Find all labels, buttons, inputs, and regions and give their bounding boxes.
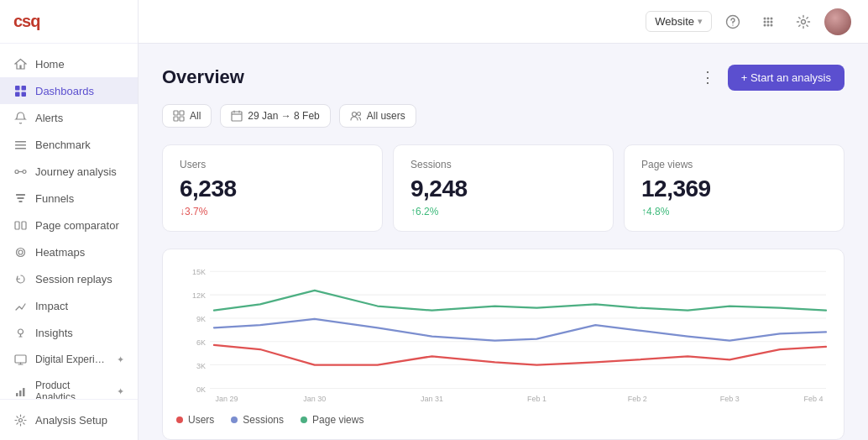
date-filter-button[interactable]: 29 Jan → 8 Feb bbox=[220, 104, 330, 128]
svg-rect-4 bbox=[15, 141, 26, 143]
sidebar-item-home-label: Home bbox=[35, 58, 65, 71]
svg-rect-35 bbox=[180, 111, 184, 115]
legend-dot-users bbox=[176, 416, 183, 423]
metric-card-users: Users 6,238 ↓3.7% bbox=[162, 144, 383, 232]
sidebar-item-page-comparator-label: Page comparator bbox=[35, 219, 119, 232]
svg-point-24 bbox=[764, 17, 766, 19]
svg-point-30 bbox=[764, 24, 766, 26]
svg-rect-36 bbox=[174, 117, 178, 121]
svg-rect-20 bbox=[23, 388, 25, 396]
more-options-button[interactable]: ⋮ bbox=[694, 64, 721, 91]
chart-area: 15K 12K 9K 6K 3K 0K Jan 29 Jan 30 Jan 31… bbox=[162, 249, 844, 440]
more-options-icon: ⋮ bbox=[700, 68, 715, 86]
svg-text:9K: 9K bbox=[196, 315, 206, 323]
logo-text: csq bbox=[13, 12, 39, 30]
help-button[interactable] bbox=[719, 8, 747, 36]
sidebar-item-funnels-label: Funnels bbox=[35, 192, 74, 205]
sidebar-bottom: Analysis Setup bbox=[0, 399, 138, 440]
sidebar-item-session-replays[interactable]: Session replays bbox=[0, 265, 138, 292]
setup-icon bbox=[13, 413, 27, 427]
svg-rect-18 bbox=[16, 393, 18, 396]
sidebar: csq Home Dashboards Alerts Benchmark bbox=[0, 0, 139, 440]
start-analysis-button[interactable]: + Start an analysis bbox=[728, 65, 844, 91]
legend-item-pageviews: Page views bbox=[301, 414, 363, 426]
sidebar-item-analysis-setup-label: Analysis Setup bbox=[35, 414, 107, 427]
sidebar-item-page-comparator[interactable]: Page comparator bbox=[0, 212, 138, 238]
sessions-metric-label: Sessions bbox=[410, 159, 596, 170]
benchmark-icon bbox=[13, 138, 27, 151]
settings-button[interactable] bbox=[789, 8, 818, 36]
svg-point-26 bbox=[771, 17, 773, 19]
svg-text:Jan 30: Jan 30 bbox=[303, 395, 326, 403]
svg-rect-6 bbox=[15, 148, 26, 149]
svg-text:6K: 6K bbox=[196, 338, 206, 347]
pageviews-metric-change: ↑4.8% bbox=[641, 206, 827, 217]
sidebar-item-analysis-setup[interactable]: Analysis Setup bbox=[0, 406, 138, 433]
website-selector[interactable]: Website ▾ bbox=[646, 11, 712, 32]
legend-item-sessions: Sessions bbox=[231, 414, 284, 426]
svg-rect-5 bbox=[15, 144, 26, 146]
sidebar-item-digital-experience[interactable]: Digital Experience Monitor… ✦ bbox=[0, 346, 138, 373]
sidebar-item-insights[interactable]: Insights bbox=[0, 319, 138, 346]
sidebar-item-session-replays-label: Session replays bbox=[35, 273, 112, 285]
sidebar-item-dashboards[interactable]: Dashboards bbox=[0, 77, 138, 104]
svg-point-33 bbox=[802, 19, 806, 24]
user-avatar[interactable] bbox=[824, 8, 851, 35]
chart-svg-container: 15K 12K 9K 6K 3K 0K Jan 29 Jan 30 Jan 31… bbox=[176, 263, 830, 406]
sidebar-item-impact[interactable]: Impact bbox=[0, 292, 138, 319]
svg-rect-12 bbox=[15, 222, 19, 229]
svg-rect-10 bbox=[17, 197, 24, 199]
sidebar-item-alerts[interactable]: Alerts bbox=[0, 104, 138, 131]
calendar-icon bbox=[231, 110, 243, 122]
sidebar-item-impact-label: Impact bbox=[35, 300, 68, 312]
date-filter-label: 29 Jan → 8 Feb bbox=[248, 110, 319, 122]
sidebar-item-journey-label: Journey analysis bbox=[35, 165, 117, 178]
view-filter-button[interactable]: All bbox=[162, 104, 212, 128]
analytics-icon bbox=[13, 385, 27, 398]
svg-point-39 bbox=[352, 113, 356, 117]
grid-button[interactable] bbox=[754, 8, 782, 36]
sidebar-item-benchmark-label: Benchmark bbox=[35, 139, 91, 151]
sidebar-nav: Home Dashboards Alerts Benchmark Journey bbox=[0, 44, 138, 399]
topbar: Website ▾ bbox=[139, 0, 868, 44]
home-icon bbox=[13, 57, 27, 71]
content-area: Overview ⋮ + Start an analysis All 29 Ja… bbox=[139, 44, 868, 440]
svg-rect-9 bbox=[16, 194, 25, 196]
sidebar-item-product-analytics[interactable]: Product Analytics ✦ bbox=[0, 373, 138, 399]
sessions-metric-value: 9,248 bbox=[410, 175, 596, 202]
insights-icon bbox=[13, 326, 27, 339]
compare-icon bbox=[13, 218, 27, 232]
legend-dot-pageviews bbox=[301, 416, 307, 423]
svg-rect-17 bbox=[15, 355, 26, 363]
legend-label-pageviews: Page views bbox=[312, 414, 363, 426]
pageviews-metric-value: 12,369 bbox=[641, 175, 827, 202]
svg-rect-0 bbox=[15, 86, 20, 91]
sidebar-item-home[interactable]: Home bbox=[0, 50, 138, 77]
digital-badge: ✦ bbox=[117, 354, 124, 365]
svg-rect-2 bbox=[15, 92, 20, 97]
svg-rect-37 bbox=[180, 117, 184, 121]
website-chevron-icon: ▾ bbox=[698, 16, 703, 27]
svg-text:Jan 31: Jan 31 bbox=[421, 395, 443, 403]
impact-icon bbox=[13, 299, 27, 312]
users-filter-button[interactable]: All users bbox=[339, 104, 416, 128]
view-filter-icon bbox=[173, 110, 185, 122]
svg-point-16 bbox=[18, 329, 23, 334]
svg-point-27 bbox=[764, 20, 766, 23]
svg-rect-11 bbox=[18, 201, 22, 202]
sidebar-item-funnels[interactable]: Funnels bbox=[0, 185, 138, 212]
view-filter-label: All bbox=[190, 110, 201, 122]
header-actions: ⋮ + Start an analysis bbox=[694, 64, 844, 91]
legend-dot-sessions bbox=[231, 416, 238, 423]
svg-point-29 bbox=[771, 20, 773, 23]
svg-rect-3 bbox=[21, 92, 26, 97]
sidebar-item-digital-label: Digital Experience Monitor… bbox=[35, 354, 108, 365]
metric-card-pageviews: Page views 12,369 ↑4.8% bbox=[624, 144, 844, 232]
metric-cards: Users 6,238 ↓3.7% Sessions 9,248 ↑6.2% P… bbox=[162, 144, 844, 232]
sidebar-item-heatmaps[interactable]: Heatmaps bbox=[0, 238, 138, 265]
alerts-icon bbox=[13, 111, 27, 124]
svg-text:15K: 15K bbox=[192, 268, 206, 276]
content-header: Overview ⋮ + Start an analysis bbox=[162, 64, 844, 91]
sidebar-item-journey-analysis[interactable]: Journey analysis bbox=[0, 158, 138, 185]
sidebar-item-benchmark[interactable]: Benchmark bbox=[0, 131, 138, 158]
